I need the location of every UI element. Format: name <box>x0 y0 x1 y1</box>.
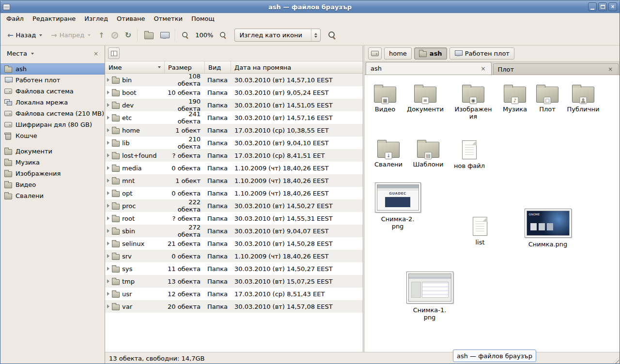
sidebar-item[interactable]: Изображения <box>0 168 105 179</box>
tab-2[interactable]: Плот× <box>493 63 619 75</box>
icon-view-item[interactable]: ▤Шаблони <box>406 139 450 168</box>
expander-icon[interactable] <box>107 116 109 120</box>
table-row[interactable]: boot10 обектаПапка30.03.2010 (вт) 9,05,2… <box>105 86 363 99</box>
sidebar-item[interactable]: Файлова система (210 MB) <box>0 108 105 119</box>
stop-button[interactable] <box>108 29 121 42</box>
sidebar-item[interactable]: Файлова система <box>0 86 105 97</box>
expander-icon[interactable] <box>107 153 109 157</box>
file-size: 210 обекта <box>165 136 205 150</box>
icon-canvas[interactable]: ▦Видео≡Документи◉Изображения♪Музика□Плот… <box>365 75 620 352</box>
icon-view-item[interactable]: Снимка.png <box>526 209 570 248</box>
table-row[interactable]: srv0 обектаПапка1.10.2009 (чт) 18,40,26 … <box>105 250 363 262</box>
maximize-button[interactable] <box>598 2 607 11</box>
table-row[interactable]: dev190 обектаПапка30.03.2010 (вт) 14,51,… <box>105 99 363 111</box>
back-button[interactable]: ← Назад <box>3 29 46 42</box>
expander-icon[interactable] <box>107 78 109 82</box>
sidebar-item[interactable]: Шифриран дял (80 GB) <box>0 119 105 130</box>
expander-icon[interactable] <box>107 216 109 220</box>
menu-item-6[interactable]: Помощ <box>187 13 219 25</box>
table-row[interactable]: proc222 обектаПапка30.03.2010 (вт) 14,50… <box>105 199 363 212</box>
close-button[interactable]: × <box>608 2 617 11</box>
search-button[interactable] <box>326 29 339 42</box>
tab-close-icon[interactable]: × <box>480 65 486 72</box>
table-row[interactable]: mnt1 обектПапка1.10.2009 (чт) 18,40,26 E… <box>105 174 363 187</box>
table-row[interactable]: var20 обектаПапка30.03.2010 (вт) 14,57,0… <box>105 300 363 313</box>
breadcrumb-root[interactable] <box>368 47 382 60</box>
reload-button[interactable]: ↻ <box>122 29 134 42</box>
expander-icon[interactable] <box>107 191 109 195</box>
expander-icon[interactable] <box>107 254 109 258</box>
icon-view-item[interactable]: ↓Свалени <box>366 139 411 168</box>
expander-icon[interactable] <box>107 91 109 94</box>
table-row[interactable]: opt0 обектаПапка1.10.2009 (чт) 18,40,26 … <box>105 187 363 199</box>
sidebar-close-button[interactable]: × <box>92 49 100 58</box>
table-row[interactable]: media0 обектаПапка1.10.2009 (чт) 18,40,2… <box>105 162 363 174</box>
column-header-type[interactable]: Вид <box>205 61 231 73</box>
icon-view-item[interactable]: нов файл <box>447 139 492 169</box>
home-button[interactable] <box>141 28 156 42</box>
zoom-in-button[interactable] <box>217 29 230 42</box>
expander-icon[interactable] <box>107 304 109 308</box>
table-row[interactable]: selinux21 обектаПапка30.03.2010 (вт) 14,… <box>105 237 363 250</box>
icon-view-item[interactable]: Снимка-2.png <box>375 182 420 230</box>
places-selector[interactable]: Места <box>5 48 36 59</box>
expander-icon[interactable] <box>107 179 109 182</box>
computer-button[interactable] <box>157 29 171 42</box>
icon-view-item[interactable]: ≡Документи <box>403 84 448 113</box>
sidebar-item[interactable]: Свалени <box>0 190 105 201</box>
menu-item-5[interactable]: Отметки <box>149 13 186 25</box>
expander-icon[interactable] <box>107 128 109 132</box>
expander-icon[interactable] <box>107 279 109 283</box>
sidebar-item[interactable]: ash <box>0 63 105 75</box>
breadcrumb-3[interactable]: Работен плот <box>450 47 514 60</box>
expander-icon[interactable] <box>107 229 109 233</box>
table-row[interactable]: tmp13 обектаПапка30.03.2010 (вт) 15,07,2… <box>105 275 363 288</box>
sidebar-item[interactable]: Работен плот <box>0 75 105 86</box>
table-row[interactable]: usr12 обектаПапка17.03.2010 (ср) 8,51,43… <box>105 288 363 300</box>
forward-button[interactable]: → Напред <box>47 29 94 42</box>
menu-item-1[interactable]: Файл <box>2 13 28 25</box>
breadcrumb-2[interactable]: ash <box>414 47 447 60</box>
sidebar-item[interactable]: Видео <box>0 179 105 190</box>
expander-icon[interactable] <box>107 166 109 170</box>
table-row[interactable]: sys11 обектаПапка30.03.2010 (вт) 14,50,2… <box>105 262 363 275</box>
table-row[interactable]: sbin272 обектаПапка30.03.2010 (вт) 9,04,… <box>105 225 363 237</box>
zoom-out-button[interactable] <box>179 29 192 42</box>
icon-view-item[interactable]: ◉Изображения <box>451 84 496 120</box>
menu-item-3[interactable]: Изглед <box>80 13 112 25</box>
table-row[interactable]: home1 обектПапка17.03.2010 (ср) 10,38,55… <box>105 124 363 136</box>
icon-view-item[interactable]: ▦Видео <box>365 84 407 113</box>
menu-item-2[interactable]: Редактиране <box>28 13 80 25</box>
table-row[interactable]: lib210 обектаПапка30.03.2010 (вт) 9,04,1… <box>105 136 363 149</box>
table-row[interactable]: lost+found? обектаПапка17.03.2010 (ср) 8… <box>105 149 363 162</box>
table-row[interactable]: etc241 обектаПапка30.03.2010 (вт) 14,57,… <box>105 111 363 124</box>
expander-icon[interactable] <box>107 103 109 107</box>
menu-item-4[interactable]: Отиване <box>112 13 149 25</box>
column-header-name[interactable]: Име <box>105 61 165 73</box>
view-mode-select[interactable]: Изглед като икони <box>234 29 321 42</box>
tab-1[interactable]: ash× <box>366 62 492 75</box>
minimize-button[interactable] <box>588 2 597 11</box>
table-row[interactable]: bin108 обектаПапка30.03.2010 (вт) 14,57,… <box>105 74 363 86</box>
expander-icon[interactable] <box>107 267 109 271</box>
expander-icon[interactable] <box>107 242 109 245</box>
breadcrumb-1[interactable]: home <box>384 47 412 60</box>
up-button[interactable]: ↑ <box>95 29 108 42</box>
sidebar-item[interactable]: Локална мрежа <box>0 97 105 108</box>
icon-view-item[interactable]: Публични <box>561 84 605 113</box>
column-header-size[interactable]: Размер <box>165 61 205 73</box>
icon-view-item[interactable]: list <box>458 215 502 246</box>
column-header-date[interactable]: Дата на промяна <box>231 61 363 73</box>
pane-view-toggle-button[interactable] <box>108 47 120 59</box>
resize-grip[interactable] <box>612 357 619 364</box>
expander-icon[interactable] <box>107 204 109 208</box>
expander-icon[interactable] <box>107 141 109 145</box>
table-row[interactable]: root? обектаПапка30.03.2010 (вт) 14,55,3… <box>105 212 363 225</box>
sidebar-item[interactable]: Музика <box>0 157 105 168</box>
expander-icon[interactable] <box>107 292 109 296</box>
sidebar-item[interactable]: Документи <box>0 146 105 157</box>
tab-close-icon[interactable]: × <box>607 66 614 73</box>
sidebar-item[interactable]: Кошче <box>0 130 105 141</box>
icon-view-item[interactable]: Снимка-1.png <box>407 272 452 321</box>
titlebar[interactable]: ash — файлов браузър × <box>0 0 620 13</box>
